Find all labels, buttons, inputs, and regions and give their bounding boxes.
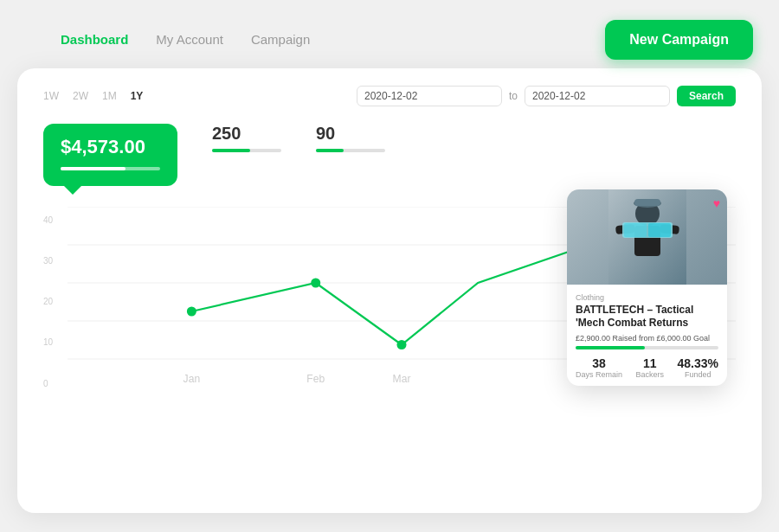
page-wrapper: Dashboard My Account Campaign New Campai… [17,20,762,513]
chart-point-jan [187,306,196,316]
campaign-progress-fill [576,346,645,349]
c-stat-days-label: Days Remain [576,370,622,379]
c-stat-backers-value: 11 [636,356,665,370]
nav-campaign[interactable]: Campaign [251,32,310,47]
y-label-40: 40 [43,215,53,225]
date-filters: to Search [357,86,736,106]
campaign-stats: 38 Days Remain 11 Backers 48.33% Funded [576,356,718,379]
campaign-title: BATTLETECH – Tactical 'Mech Combat Retur… [576,304,718,330]
stat-90-bar-fill [316,149,344,152]
c-stat-backers-label: Backers [636,370,665,379]
nav-my-account[interactable]: My Account [156,32,223,47]
filter-1y[interactable]: 1Y [131,90,144,102]
header: Dashboard My Account Campaign New Campai… [17,20,762,68]
x-label-jan: Jan [183,373,201,385]
y-label-10: 10 [43,337,53,347]
campaign-image: ♥ [567,189,727,285]
campaign-person-svg [608,189,686,285]
stat-90-bar [316,149,385,152]
c-stat-funded-label: Funded [678,370,718,379]
svg-rect-13 [624,223,647,237]
x-label-mar: Mar [393,373,411,385]
c-stat-days: 38 Days Remain [576,356,622,379]
filters-row: 1W 2W 1M 1Y to Search [43,86,736,106]
stat-90-value: 90 [316,124,385,144]
c-stat-backers: 11 Backers [636,356,665,379]
campaign-card: ♥ Clothing BATTLETECH – Tactical 'Mech C… [567,189,727,386]
chart-point-feb [311,278,320,287]
campaign-progress-bar [576,346,718,349]
main-card: 1W 2W 1M 1Y to Search $4,573.00 250 [17,68,762,513]
chart-area: 0 10 20 30 40 Ja [43,207,736,397]
y-label-0: 0 [43,379,53,388]
filter-1w[interactable]: 1W [43,90,59,102]
campaign-category: Clothing [576,293,718,302]
campaign-raised: £2,900.00 Raised from £6,000.00 Goal [576,334,718,343]
stat-250-bar-fill [212,149,250,152]
y-label-30: 30 [43,256,53,266]
stats-row: $4,573.00 250 90 [43,124,736,186]
svg-rect-14 [648,223,671,237]
stat-90: 90 [316,124,385,152]
chart-point-mar [396,340,406,349]
new-campaign-button[interactable]: New Campaign [605,20,753,60]
heart-icon[interactable]: ♥ [713,196,720,210]
date-to-input[interactable] [525,86,670,106]
c-stat-days-value: 38 [576,356,622,370]
nav-dashboard[interactable]: Dashboard [61,32,128,47]
campaign-card-body: Clothing BATTLETECH – Tactical 'Mech Com… [567,285,727,386]
date-separator: to [509,90,518,102]
stat-250-value: 250 [212,124,281,144]
stat-revenue-value: $4,573.00 [61,136,160,158]
c-stat-funded-value: 48.33% [678,356,718,370]
stat-revenue: $4,573.00 [43,124,177,186]
main-nav: Dashboard My Account Campaign [26,32,310,47]
svg-rect-8 [634,199,660,206]
x-label-feb: Feb [306,373,325,385]
stat-revenue-bar [61,167,160,170]
stat-250: 250 [212,124,281,152]
time-filters: 1W 2W 1M 1Y [43,90,143,102]
stat-revenue-bar-fill [61,167,126,170]
date-from-input[interactable] [357,86,502,106]
y-label-20: 20 [43,297,53,306]
stat-250-bar [212,149,281,152]
filter-2w[interactable]: 2W [73,90,88,102]
search-button[interactable]: Search [677,86,736,106]
c-stat-funded: 48.33% Funded [678,356,718,379]
filter-1m[interactable]: 1M [102,90,117,102]
